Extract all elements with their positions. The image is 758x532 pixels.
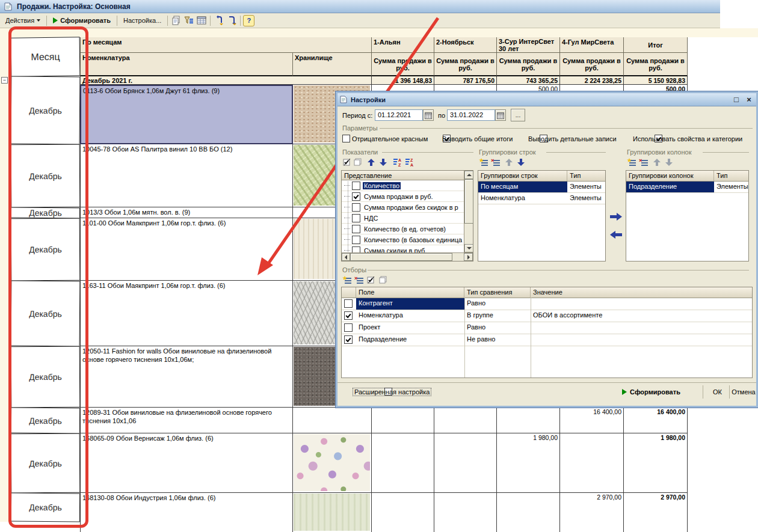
indicator-item[interactable]: Количество (в базовых единица	[342, 234, 466, 245]
table-header: Тип сравнения	[464, 287, 531, 298]
filter-row[interactable]: Контрагент Равно	[342, 298, 752, 310]
footer-divider	[337, 382, 756, 383]
add-filter-icon[interactable]	[341, 274, 353, 286]
row-groupings-table: Группировки строкТип По месяцамЭлементы …	[478, 170, 606, 261]
dialog-titlebar: Настройки □ ×	[337, 93, 756, 106]
col-groupings-table: Группировки колонокТип ПодразделениеЭлем…	[626, 170, 749, 261]
svg-text:×: ×	[354, 275, 357, 281]
calendar-icon[interactable]	[495, 109, 506, 121]
add-row-grouping-icon[interactable]	[478, 156, 490, 168]
table-header: Значение	[531, 287, 752, 298]
group-divider	[703, 152, 749, 153]
col-groupings-group-label: Группировки колонок	[627, 148, 691, 156]
scroll-thumb[interactable]	[350, 253, 452, 261]
filter-checkbox[interactable]	[344, 299, 353, 308]
indicator-item[interactable]: Сумма продажи в руб.	[342, 191, 466, 202]
cancel-button[interactable]: Отмена	[731, 385, 756, 399]
filters-group-label: Отборы	[342, 266, 366, 274]
indicator-item[interactable]: Сумма продажи без скидок в р	[342, 202, 466, 213]
grouping-row[interactable]: НоменклатураЭлементы	[478, 193, 605, 204]
svg-text:Z: Z	[398, 163, 401, 167]
column-grid-line	[464, 298, 465, 378]
svg-text:A: A	[398, 158, 401, 162]
calendar-icon[interactable]	[423, 109, 434, 121]
row-groupings-group-label: Группировки строк	[479, 148, 536, 156]
settings-dialog: Настройки □ × Период с: 01.12.2021 по 31…	[336, 91, 758, 408]
vertical-scrollbar[interactable]	[464, 171, 473, 252]
filter-row[interactable]: Подразделение Не равно	[342, 334, 752, 346]
dialog-generate-button[interactable]: Сформировать	[600, 385, 703, 399]
group-divider	[368, 270, 749, 271]
dialog-title: Настройки	[351, 96, 386, 103]
indicator-item[interactable]: НДС	[342, 213, 466, 224]
negative-red-checkbox[interactable]	[342, 135, 350, 142]
period-more-button[interactable]: ...	[511, 109, 525, 121]
grouping-row[interactable]: По месяцамЭлементы	[478, 182, 605, 193]
svg-text:×: ×	[491, 157, 494, 164]
sort-descending-icon[interactable]: ZA	[404, 156, 416, 168]
ok-button[interactable]: ОК	[706, 385, 730, 399]
delete-col-grouping-icon[interactable]: ×	[638, 156, 650, 168]
maximize-button[interactable]: □	[732, 95, 741, 105]
item-checkbox[interactable]	[352, 203, 360, 212]
move-left-arrow-icon[interactable]	[609, 230, 623, 241]
dialog-icon	[339, 96, 348, 104]
item-checkbox[interactable]	[352, 225, 360, 233]
period-to-field[interactable]: 31.01.2022	[447, 109, 495, 121]
check-all-icon[interactable]	[365, 274, 377, 286]
group-divider	[382, 152, 473, 153]
group-divider	[380, 128, 753, 129]
move-down-icon[interactable]	[663, 156, 675, 168]
app-window: Продажи. Настройка: Основная Действия Сф…	[0, 0, 758, 532]
uncheck-all-icon[interactable]	[377, 274, 389, 286]
scroll-thumb[interactable]	[464, 179, 473, 224]
move-up-icon[interactable]	[365, 156, 377, 168]
filter-checkbox[interactable]	[344, 323, 353, 332]
filter-row[interactable]: Проект Равно	[342, 322, 752, 334]
grouping-row[interactable]: ПодразделениеЭлементы	[626, 182, 748, 193]
checkbox-label: Выводить общие итоги	[442, 135, 513, 142]
move-up-icon[interactable]	[503, 156, 515, 168]
checkbox-label: Отрицательное красным	[352, 135, 428, 142]
filter-checkbox[interactable]	[344, 311, 353, 320]
play-icon	[622, 389, 627, 395]
indicator-item[interactable]: Количество	[342, 180, 466, 191]
horizontal-scrollbar[interactable]	[342, 252, 473, 261]
move-down-icon[interactable]	[377, 156, 389, 168]
period-to-label: по	[438, 112, 445, 119]
period-label: Период с:	[342, 112, 372, 119]
add-col-grouping-icon[interactable]	[626, 156, 638, 168]
move-down-icon[interactable]	[515, 156, 527, 168]
move-right-arrow-icon[interactable]	[609, 212, 623, 223]
uncheck-all-icon[interactable]	[352, 156, 364, 168]
column-grid-line	[531, 298, 531, 378]
group-divider	[546, 152, 606, 153]
item-checkbox[interactable]	[352, 182, 360, 190]
table-header: Поле	[356, 287, 464, 298]
sort-ascending-icon[interactable]: AZ	[392, 156, 404, 168]
indicator-item[interactable]: Количество (в ед. отчетов)	[342, 224, 466, 234]
delete-row-grouping-icon[interactable]: ×	[490, 156, 502, 168]
filters-table: ПолеТип сравненияЗначение Контрагент Рав…	[341, 287, 753, 378]
indicators-group-label: Показатели	[342, 148, 378, 156]
item-checkbox[interactable]	[352, 236, 360, 244]
svg-text:Z: Z	[410, 158, 413, 162]
table-header: Тип	[714, 171, 748, 181]
filter-row[interactable]: Номенклатура В группе ОБОИ в ассортимент…	[342, 310, 752, 322]
move-up-icon[interactable]	[651, 156, 663, 168]
indicators-list: Представление Количество Сумма продажи в…	[341, 170, 473, 261]
item-checkbox[interactable]	[352, 214, 360, 222]
table-header: Тип	[567, 171, 605, 181]
period-from-field[interactable]: 01.12.2021	[375, 109, 423, 121]
item-checkbox[interactable]	[352, 192, 360, 201]
checkbox-label: Использовать свойства и категории	[633, 135, 742, 142]
list-header: Представление	[342, 171, 464, 180]
table-header: Группировки строк	[478, 171, 567, 181]
delete-filter-icon[interactable]: ×	[353, 274, 365, 286]
check-all-icon[interactable]	[341, 156, 353, 168]
svg-text:×: ×	[639, 157, 642, 164]
close-button[interactable]: ×	[744, 95, 754, 105]
advanced-settings-label[interactable]: Расширенная настройка	[353, 388, 431, 396]
filter-checkbox[interactable]	[344, 335, 353, 344]
checkbox-label: Выводить детальные записи	[528, 135, 617, 142]
